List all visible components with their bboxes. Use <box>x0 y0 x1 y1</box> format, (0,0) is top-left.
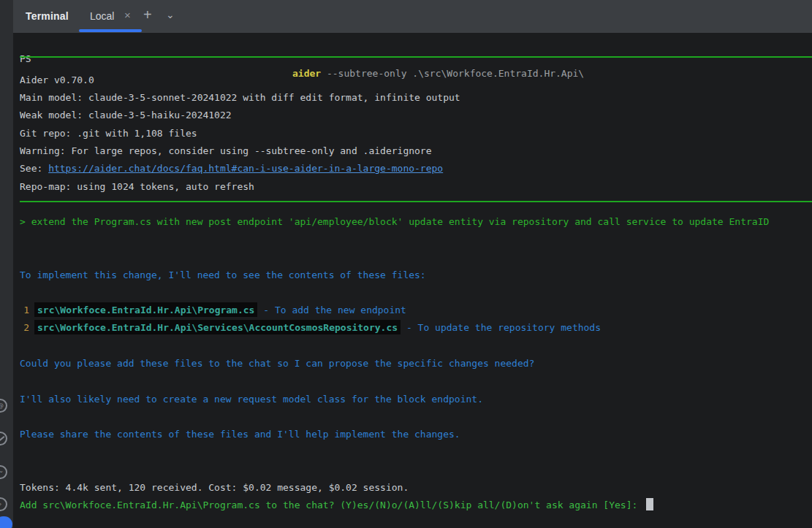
repo-map-line: Repo-map: using 1024 tokens, auto refres… <box>20 180 254 194</box>
git-repo-line: Git repo: .git with 1,108 files <box>20 126 197 141</box>
file-description: - To update the repository methods <box>401 322 601 333</box>
close-tab-icon[interactable]: × <box>124 9 131 21</box>
terminal-header: Terminal Local × + ⌄ <box>0 0 812 33</box>
warning-line: Warning: For large repos, consider using… <box>20 144 432 158</box>
record-circle-icon[interactable]: @ <box>0 399 7 413</box>
separator-line <box>20 201 812 202</box>
no-entry-circle-icon[interactable] <box>0 432 7 445</box>
ps-prompt: PS <box>20 52 31 66</box>
confirm-question: Add src\Workfoce.EntraId.Hr.Api\Program.… <box>20 500 637 510</box>
separator-line <box>20 56 812 58</box>
hand-pointer-icon[interactable]: ~ <box>0 465 7 479</box>
file-path: src\Workfoce.EntraId.Hr.Api\Program.cs <box>34 302 257 317</box>
assistant-closing-line: Please share the contents of these files… <box>20 427 460 442</box>
assistant-intro-line: To implement this change, I'll need to s… <box>20 268 426 283</box>
chevron-down-icon[interactable]: ⌄ <box>166 9 175 20</box>
new-tab-icon[interactable]: + <box>143 7 152 23</box>
aider-command: aider <box>292 68 321 79</box>
user-prompt-line: > extend the Program.cs with new post en… <box>20 215 769 229</box>
assistant-request-line: Could you please add these files to the … <box>20 356 534 371</box>
see-prefix: See: <box>20 163 48 174</box>
faq-link[interactable]: https://aider.chat/docs/faq.html#can-i-u… <box>48 163 443 174</box>
command-args: --subtree-only .\src\Workfoce.EntraId.Hr… <box>321 68 584 79</box>
main-model-line: Main model: claude-3-5-sonnet-20241022 w… <box>20 91 460 105</box>
weak-model-line: Weak model: claude-3-5-haiku-20241022 <box>20 108 232 123</box>
file-number: 2 <box>20 321 29 335</box>
file-description: - To add the new endpoint <box>257 305 406 315</box>
tokens-cost-line: Tokens: 4.4k sent, 120 received. Cost: $… <box>20 481 409 495</box>
terminal-output[interactable]: PS aider --subtree-only .\src\Workfoce.E… <box>0 33 812 528</box>
active-tab-indicator <box>79 29 142 32</box>
blue-badge[interactable] <box>0 516 12 528</box>
terminal-window: Terminal Local × + ⌄ PS aider --subtree-… <box>0 0 812 528</box>
see-line: See: https://aider.chat/docs/faq.html#ca… <box>20 161 443 176</box>
text-cursor <box>646 498 653 510</box>
left-edge-strip: @ ~ › <box>0 0 13 528</box>
file-list-item: 2src\Workfoce.EntraId.Hr.Api\Services\Ac… <box>20 321 601 335</box>
add-file-confirm-line[interactable]: Add src\Workfoce.EntraId.Hr.Api\Program.… <box>20 498 653 513</box>
tab-local[interactable]: Local <box>90 10 114 22</box>
assistant-note-line: I'll also likely need to create a new re… <box>20 392 483 407</box>
file-number: 1 <box>20 303 29 318</box>
file-path: src\Workfoce.EntraId.Hr.Api\Services\Acc… <box>34 320 401 334</box>
slash-mark <box>0 436 4 442</box>
aider-version-line: Aider v0.70.0 <box>20 73 94 88</box>
file-list-item: 1src\Workfoce.EntraId.Hr.Api\Program.cs … <box>20 303 406 318</box>
command-line: aider --subtree-only .\src\Workfoce.Entr… <box>292 66 584 81</box>
chevron-circle-icon[interactable]: › <box>0 497 7 511</box>
terminal-title: Terminal <box>26 10 69 22</box>
